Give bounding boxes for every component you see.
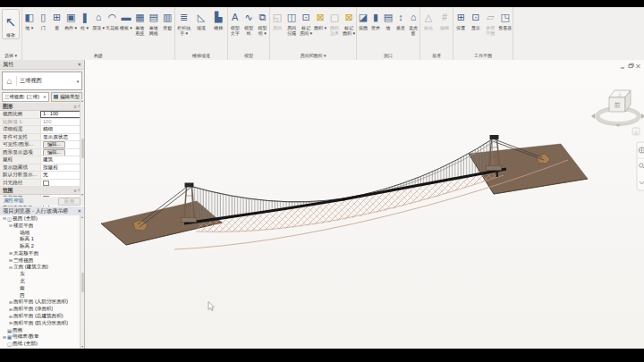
view-window-controls[interactable] <box>621 63 640 68</box>
browser-node-3d-views[interactable]: ⊞三维视图 <box>0 257 80 265</box>
browser-node-ceiling-plans[interactable]: ⊞天花板平面 <box>0 250 80 257</box>
section-header-graphics[interactable]: 图形 ≡ ˄ <box>0 103 84 111</box>
ribbon-button-level[interactable]: △标高 <box>420 8 436 31</box>
ribbon-panel-label-build[interactable]: 构建 <box>22 51 174 60</box>
ribbon-button-curtain-system[interactable]: ▦幕墙 系统 <box>133 8 147 36</box>
ribbon-button-curtain-grid[interactable]: ▤幕墙 网格 <box>147 8 160 36</box>
ribbon-button-model-text[interactable]: A模型 文字 <box>228 8 242 36</box>
edit-button[interactable]: 编辑... <box>43 149 65 156</box>
ribbon-button-vertical[interactable]: ↕垂直 <box>394 8 407 31</box>
browser-node-level-2[interactable]: 标高 2 <box>0 243 80 250</box>
checkbox[interactable] <box>43 181 49 187</box>
ribbon-button-shaft[interactable]: ▮竖井 <box>369 8 382 31</box>
apply-button[interactable]: 应用 <box>58 198 80 206</box>
section-header-extents[interactable]: 范围 ≡ ˄ <box>0 187 84 195</box>
browser-node-schedules[interactable]: ⊞▦明细表/数量 <box>0 334 80 341</box>
ribbon-panel-label-stairs[interactable]: 楼梯坡道 <box>175 51 227 60</box>
browser-node-area-plan-civil[interactable]: ⊞面积平面 (人防分区面积) <box>0 299 80 307</box>
property-value-graphic-display[interactable]: 编辑... <box>40 149 84 156</box>
ribbon-panel-label-workplane[interactable]: 工作平面 <box>453 51 513 60</box>
ribbon-button-ref-plane[interactable]: ▱参照 平面 <box>483 8 498 36</box>
ribbon-button-ramp[interactable]: ◺坡道 <box>192 8 209 31</box>
browser-node-site[interactable]: 场地 <box>0 230 80 237</box>
drawing-area[interactable]: 前 上 ⌂ <box>85 60 644 349</box>
ribbon-button-wp-set[interactable]: ⊞设置 <box>453 8 469 31</box>
ribbon-panel-label-opening[interactable]: 洞口 <box>357 51 419 60</box>
browser-node-area-plan-gross[interactable]: ⊞面积平面 (总建筑面积) <box>0 313 80 320</box>
ribbon-button-stair[interactable]: ▙楼梯 <box>210 8 227 31</box>
viewcube-front-label[interactable]: 前 <box>614 102 621 108</box>
ribbon-button-mullion[interactable]: ▥竖梃 <box>161 8 174 31</box>
browser-node-area-plan-net[interactable]: ⊞面积平面 (净面积) <box>0 306 80 313</box>
property-value-scale-value[interactable]: 100 <box>40 119 84 126</box>
ribbon-button-component[interactable]: ▣构件 ▾ <box>64 8 77 31</box>
revit-application: ↖修改选择 ▾◧墙 ▾▯门⊞窗▣构件 ▾❚柱 ▾⌂屋顶 ▾◠天花板▬楼板 ▾▦幕… <box>0 7 644 349</box>
browser-node-legends[interactable]: ▤图例 <box>0 327 80 334</box>
browser-node-north[interactable]: 北 <box>0 278 80 285</box>
ribbon-button-by-face[interactable]: ◪按面 <box>357 8 369 31</box>
ribbon-panel-label-model[interactable]: 模型 <box>228 51 269 60</box>
property-value-parts-visibility[interactable]: 显示原状态 <box>40 134 84 141</box>
property-value-view-scale[interactable]: 1 : 100 <box>40 111 84 118</box>
ribbon-button-railing[interactable]: ≣栏杆扶手 ▾ <box>175 8 192 36</box>
ribbon-panel-label-room-area[interactable]: 房间和面积 ▾ <box>270 51 356 60</box>
browser-node-level-1[interactable]: 标高 1 <box>0 236 80 243</box>
instance-dropdown[interactable]: 三维视图: {三维} ∨ <box>2 92 49 102</box>
browser-scrollbar[interactable]: ▲▼ <box>80 215 84 349</box>
ribbon-button-grid[interactable]: #轴网 <box>436 8 453 31</box>
ribbon-button-roof[interactable]: ⌂屋顶 ▾ <box>91 8 105 31</box>
type-selector[interactable]: ⌂ 三维视图 ▾ <box>2 72 82 90</box>
navigation-bar[interactable] <box>637 142 644 190</box>
ribbon-button-column[interactable]: ❚柱 ▾ <box>78 8 91 31</box>
property-value-vg-overrides[interactable]: 编辑... <box>40 141 84 148</box>
property-value-detail-level[interactable]: 精细 <box>40 126 84 133</box>
ribbon-button-tag-area[interactable]: ⊠标记 面积 ▾ <box>342 8 356 36</box>
browser-node-south[interactable]: 南 <box>0 285 80 292</box>
viewcube-home-icon[interactable]: ⌂ <box>632 128 640 135</box>
properties-help-link[interactable]: 属性帮助 <box>4 198 23 205</box>
ribbon-button-dormer[interactable]: ⌂老虎窗 <box>407 8 419 36</box>
viewcube-top-label[interactable]: 上 <box>618 92 623 97</box>
ribbon-button-model-line[interactable]: ∿模型 线 <box>242 8 255 36</box>
ribbon-button-wp-show[interactable]: ⊡显示 <box>469 8 484 31</box>
ribbon-button-wall-opening[interactable]: ▤墙 <box>382 8 394 31</box>
ribbon-button-model-group[interactable]: ⧉模型 组 ▾ <box>256 8 269 36</box>
ribbon-button-ceiling[interactable]: ◠天花板 <box>106 8 119 31</box>
edit-button[interactable]: 编辑... <box>43 141 65 148</box>
ribbon-button-tag-room[interactable]: ⊡标记 房间 ▾ <box>299 8 313 36</box>
ribbon-button-window[interactable]: ⊞窗 <box>50 8 64 31</box>
properties-scrollbar[interactable]: ▲▼ <box>80 99 84 197</box>
ribbon-panel-label-select[interactable]: 选择 ▾ <box>0 51 21 60</box>
viewcube[interactable]: 前 上 ⌂ <box>591 90 644 135</box>
ribbon-button-viewer[interactable]: ◳查看器 <box>498 8 513 31</box>
edit-type-button[interactable]: 编辑类型 <box>51 92 82 102</box>
ribbon-button-floor[interactable]: ▬楼板 ▾ <box>119 8 132 31</box>
ribbon-button-area-boundary[interactable]: ▢面积 边界 <box>327 8 342 36</box>
node-icon: ▦ <box>7 334 12 340</box>
browser-node-sheets[interactable]: ▢图纸 (全部) <box>0 341 80 348</box>
browser-node-floor-plans[interactable]: ⊟楼层平面 <box>0 223 80 230</box>
ribbon-button-door[interactable]: ▯门 <box>36 8 49 31</box>
browser-node-area-plan-fire[interactable]: ⊞面积平面 (防火分区面积) <box>0 320 80 327</box>
property-value-discipline[interactable]: 建筑 <box>40 156 84 164</box>
close-icon[interactable]: ✕ <box>77 62 81 67</box>
browser-node-west[interactable]: 西 <box>0 292 80 299</box>
ribbon-button-label: 构件 ▾ <box>64 26 77 31</box>
browser-node-east[interactable]: 东 <box>0 271 80 278</box>
ribbon-button-wall[interactable]: ◧墙 ▾ <box>22 8 36 31</box>
close-icon[interactable]: ✕ <box>77 208 81 214</box>
ribbon-button-area[interactable]: ⊠面积 ▾ <box>313 8 327 31</box>
browser-node-views-all[interactable]: ⊟◫视图 (全部) <box>0 215 80 223</box>
ribbon-button-room-separator[interactable]: ◫房间 分隔 <box>284 8 299 36</box>
ribbon-panel-label-datum[interactable]: 基准 <box>420 51 453 60</box>
properties-title-bar[interactable]: 属性 ✕ <box>0 60 84 70</box>
property-value-sun-path[interactable] <box>40 180 84 187</box>
ribbon-button-label: 标记 房间 ▾ <box>300 26 312 36</box>
chevron-down-icon[interactable]: ▾ <box>74 79 81 84</box>
ribbon-button-room[interactable]: ◱房间 <box>270 8 284 31</box>
property-value-analysis-display[interactable]: 无 <box>40 172 84 179</box>
property-value-hidden-lines[interactable]: 按规程 <box>40 164 84 172</box>
ribbon-button-modify[interactable]: ↖修改 <box>2 9 20 39</box>
3d-view-canvas[interactable]: 前 上 ⌂ <box>85 60 644 349</box>
browser-node-elevations[interactable]: ⊟立面 (建筑立面) <box>0 265 80 272</box>
